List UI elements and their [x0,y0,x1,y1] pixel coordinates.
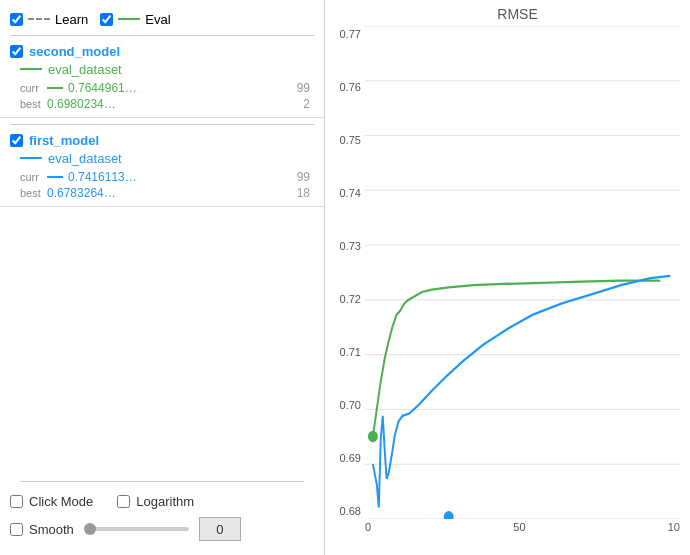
y-label-9: 0.68 [325,505,361,517]
smooth-checkbox[interactable] [10,523,23,536]
smooth-value-box: 0 [199,517,241,541]
divider-middle [10,124,314,125]
green-start-dot [368,431,378,442]
smooth-slider[interactable] [84,527,189,531]
first-model-checkbox[interactable] [10,134,23,147]
x-label-50: 50 [513,521,525,533]
left-panel: Learn Eval second_model eval_dataset cur… [0,0,325,555]
click-mode-control: Click Mode [10,494,93,509]
second-model-best-label: best [20,98,42,110]
y-label-4: 0.73 [325,240,361,252]
chart-title: RMSE [355,6,680,22]
second-model-curr-line [47,87,63,89]
first-model-best-left: best 0.6783264… [20,186,116,200]
y-label-8: 0.69 [325,452,361,464]
click-mode-checkbox[interactable] [10,495,23,508]
learn-checkbox[interactable] [10,13,23,26]
second-model-curr-row: curr 0.7644961… 99 [20,81,314,95]
divider-bottom [20,481,304,482]
divider-top [10,35,314,36]
second-model-line-icon [20,68,42,70]
first-model-name-row: first_model [10,133,314,148]
blue-best-dot [444,511,454,519]
first-model-curr-iter: 99 [297,170,310,184]
first-model-best-row: best 0.6783264… 18 [20,186,314,200]
first-model-curr-row: curr 0.7416113… 99 [20,170,314,184]
y-label-2: 0.75 [325,134,361,146]
blue-chart-line [373,276,670,508]
second-model-curr-label: curr [20,82,42,94]
second-model-best-row: best 0.6980234… 2 [20,97,314,111]
y-label-3: 0.74 [325,187,361,199]
logarithm-checkbox[interactable] [117,495,130,508]
click-mode-label: Click Mode [29,494,93,509]
second-model-section: second_model eval_dataset curr 0.7644961… [0,40,324,118]
first-model-curr-label: curr [20,171,42,183]
eval-legend-item: Eval [100,12,170,27]
y-label-0: 0.77 [325,28,361,40]
eval-label: Eval [145,12,170,27]
first-model-section: first_model eval_dataset curr 0.7416113…… [0,129,324,207]
second-model-best-iter: 2 [303,97,310,111]
x-label-0: 0 [365,521,371,533]
second-model-curr-value: 0.7644961… [68,81,137,95]
learn-legend-item: Learn [10,12,88,27]
logarithm-control: Logarithm [117,494,194,509]
first-model-dataset: eval_dataset [48,151,122,166]
main-container: Learn Eval second_model eval_dataset cur… [0,0,690,555]
second-model-curr-left: curr 0.7644961… [20,81,137,95]
control-row-top: Click Mode Logarithm [10,494,314,509]
x-label-100: 10 [668,521,680,533]
y-label-1: 0.76 [325,81,361,93]
first-model-curr-line [47,176,63,178]
eval-checkbox[interactable] [100,13,113,26]
learn-line-icon [28,18,50,20]
eval-line-icon [118,18,140,20]
first-model-curr-left: curr 0.7416113… [20,170,137,184]
smooth-row: Smooth 0 [10,517,314,541]
legend-row: Learn Eval [0,6,324,31]
second-model-best-left: best 0.6980234… [20,97,116,111]
y-label-6: 0.71 [325,346,361,358]
x-axis-labels: 0 50 10 [365,519,680,535]
second-model-curr-iter: 99 [297,81,310,95]
smooth-checkbox-item: Smooth [10,522,74,537]
learn-label: Learn [55,12,88,27]
bottom-controls: Click Mode Logarithm Smooth 0 [0,467,324,549]
chart-wrapper [365,26,680,519]
second-model-name: second_model [29,44,120,59]
chart-inner: 0.77 0.76 0.75 0.74 0.73 0.72 0.71 0.70 … [325,26,680,535]
chart-area: RMSE 0.77 0.76 0.75 0.74 0.73 0.72 0.71 … [325,0,690,555]
green-chart-line [373,281,660,437]
first-model-name: first_model [29,133,99,148]
first-model-best-value: 0.6783264… [47,186,116,200]
first-model-best-label: best [20,187,42,199]
y-label-5: 0.72 [325,293,361,305]
first-model-dataset-row: eval_dataset [20,151,314,166]
y-axis-labels: 0.77 0.76 0.75 0.74 0.73 0.72 0.71 0.70 … [325,26,361,519]
first-model-line-icon [20,157,42,159]
chart-svg [365,26,680,519]
second-model-dataset-row: eval_dataset [20,62,314,77]
first-model-curr-value: 0.7416113… [68,170,137,184]
first-model-best-iter: 18 [297,186,310,200]
y-label-7: 0.70 [325,399,361,411]
second-model-best-value: 0.6980234… [47,97,116,111]
logarithm-label: Logarithm [136,494,194,509]
second-model-checkbox[interactable] [10,45,23,58]
smooth-label: Smooth [29,522,74,537]
second-model-dataset: eval_dataset [48,62,122,77]
second-model-name-row: second_model [10,44,314,59]
smooth-value: 0 [216,522,223,537]
chart-with-yaxis: 0.77 0.76 0.75 0.74 0.73 0.72 0.71 0.70 … [325,26,680,519]
